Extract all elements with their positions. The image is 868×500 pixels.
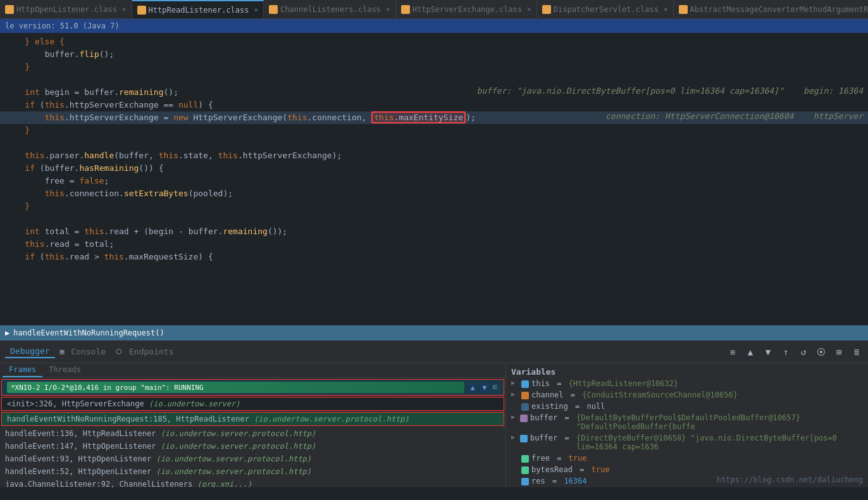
running-controls: ▲ ▼ ⚟ [468,383,499,392]
inline-debug: buffer: "java.nio.DirectByteBuffer[pos=0… [477,86,863,96]
frame-running[interactable]: *XNIO-2 I/O-2*@10,416 in group "main": R… [1,379,504,396]
frame-text: java.ChannelListener:92, ChannelListener… [5,480,197,487]
var-eq: = [575,465,589,474]
code-text: if (this.read > this.maxRequestSize) { [5,251,863,263]
tab-httpopen[interactable]: HttpOpenListener.class ✕ [0,0,132,18]
frame-text: handleEvent:93, HttpOpenListener [5,454,156,463]
var-val: {DirectByteBuffer@10658} "java.nio.Direc… [576,434,863,451]
frame-item[interactable]: handleEvent:93, HttpOpenListener (io.und… [0,453,505,465]
frame-package: (io.undertow.server.protocol.http) [161,429,316,438]
var-icon [520,415,528,422]
frame-handle-event[interactable]: handleEventWithNoRunningRequest:185, Htt… [1,412,504,426]
tab-dispatcher[interactable]: DispatcherServlet.class ✕ [537,0,674,18]
status-bar: ▶ handleEventWithNoRunningRequest() [0,325,868,341]
var-eq: = [552,379,566,388]
tab-endpoints[interactable]: ⬡ Endpoints [116,346,178,358]
grid-btn[interactable]: ⊞ [833,346,845,358]
var-channel[interactable]: ▶ channel = {ConduitStreamSourceChannel@… [506,389,868,401]
var-val: true [592,465,610,474]
frame-text: handleEvent:136, HttpReadListener [5,429,161,438]
code-line: if (buffer.hasRemaining()) { [0,162,868,175]
down-ctrl[interactable]: ▼ [480,383,489,392]
code-text: } else { [5,35,863,48]
console-icon: ▤ [60,347,65,356]
close-icon[interactable]: ✕ [386,5,390,13]
code-line-highlighted: this.httpServerExchange = new HttpServer… [0,111,868,124]
var-eq: = [560,434,574,442]
filter-ctrl[interactable]: ⚟ [492,383,499,392]
code-text: this.httpServerExchange = new HttpServer… [5,111,598,124]
up-btn[interactable]: ▲ [744,346,757,358]
debugger-toolbar: Debugger ▤ Console ⬡ Endpoints ≡ ▲ ▼ ↑ ↺… [0,341,868,363]
tab-httpread[interactable]: HttpReadListener.class ✕ [132,0,264,18]
tab-abstractmessage[interactable]: AbstractMessageConverterMethodArgumentRe… [674,0,868,18]
var-name: this [531,379,550,388]
java-icon [542,5,551,14]
frame-text: handleEvent:147, HttpOpenListener [5,442,161,451]
code-line: this.parser.handle(buffer, this.state, t… [0,149,868,162]
var-icon [520,435,528,442]
record-btn[interactable]: ⦿ [815,346,828,358]
lines-btn[interactable]: ≡ [726,346,739,358]
endpoints-label: Endpoints [124,346,178,358]
expand-icon: ▶ [511,413,518,420]
tab-label: AbstractMessageConverterMethodArgumentRe… [690,5,868,14]
code-text: this.connection.setExtraBytes(pooled); [5,187,863,200]
threads-tab[interactable]: Threads [42,363,87,377]
frame-text: handleEventWithNoRunningRequest:185, Htt… [7,415,254,423]
code-line: } [0,124,868,137]
java-icon [679,5,688,14]
close-icon[interactable]: ✕ [254,6,259,14]
var-eq: = [552,454,566,463]
java-icon [269,5,278,14]
var-name: channel [531,391,564,399]
frames-tab[interactable]: Frames [3,363,42,377]
var-icon [521,466,529,474]
var-val: true [569,454,587,463]
var-free[interactable]: free = true [506,453,868,464]
frame-package: (io.undertow.server.protocol.http) [161,442,316,451]
close-icon[interactable]: ✕ [527,5,531,13]
close-icon[interactable]: ✕ [122,5,127,13]
step-into-btn[interactable]: ↺ [797,346,810,358]
variables-panel: Variables ▶ this = {HttpReadListener@106… [506,363,868,487]
tab-channellisteners[interactable]: ChannelListeners.class ✕ [264,0,396,18]
code-line: int total = this.read + (begin - buffer.… [0,225,868,238]
code-line [0,73,868,86]
code-line: free = false; [0,175,868,187]
code-line: this.connection.setExtraBytes(pooled); [0,187,868,200]
var-eq: = [560,413,574,422]
var-buffer1[interactable]: ▶ buffer = {DefaultByteBufferPool$Defaul… [506,412,868,432]
step-over-btn[interactable]: ↑ [779,346,792,358]
var-buffer2[interactable]: ▶ buffer = {DirectByteBuffer@10658} "jav… [506,432,868,453]
running-text: *XNIO-2 I/O-2*@10,416 in group "main": R… [11,384,204,392]
code-text: this.parser.handle(buffer, this.state, t… [5,149,863,162]
code-text: } [5,124,863,137]
frame-item[interactable]: java.ChannelListener:92, ChannelListener… [0,478,505,487]
var-bytesread[interactable]: bytesRead = true [506,464,868,475]
frame-item[interactable]: handleEvent:52, HttpOpenListener (io.und… [0,465,505,478]
file-version-text: le version: 51.0 (Java 7) [5,22,120,30]
tab-console[interactable]: ▤ Console [60,346,111,358]
var-existing[interactable]: existing = null [506,401,868,412]
expand-icon [511,454,519,461]
tab-httpserverexchange[interactable]: HttpServerExchange.class ✕ [396,0,537,18]
up-ctrl[interactable]: ▲ [468,383,478,392]
frame-init[interactable]: <init>:326, HttpServerExchange (io.under… [1,397,504,411]
frame-item[interactable]: handleEvent:136, HttpReadListener (io.un… [0,427,505,440]
status-bar-text: handleEventWithNoRunningRequest() [13,328,164,337]
tab-debugger[interactable]: Debugger [5,345,55,358]
var-this[interactable]: ▶ this = {HttpReadListener@10632} [506,378,868,389]
watermark-text: https://blog.csdn.net/daliucheng [717,475,863,484]
var-name: bytesRead [531,465,573,474]
frame-item[interactable]: handleEvent:147, HttpOpenListener (io.un… [0,440,505,453]
status-icon: ▶ [5,328,9,337]
tab-label: HttpServerExchange.class [412,5,522,14]
code-text: free = false; [5,175,863,187]
code-line: } [0,200,868,213]
close-icon[interactable]: ✕ [664,5,668,13]
down-btn[interactable]: ▼ [762,346,774,358]
list-btn[interactable]: ≣ [850,346,863,358]
code-text: int begin = buffer.remaining(); [5,86,469,99]
frames-panel: Frames Threads *XNIO-2 I/O-2*@10,416 in … [0,363,506,487]
